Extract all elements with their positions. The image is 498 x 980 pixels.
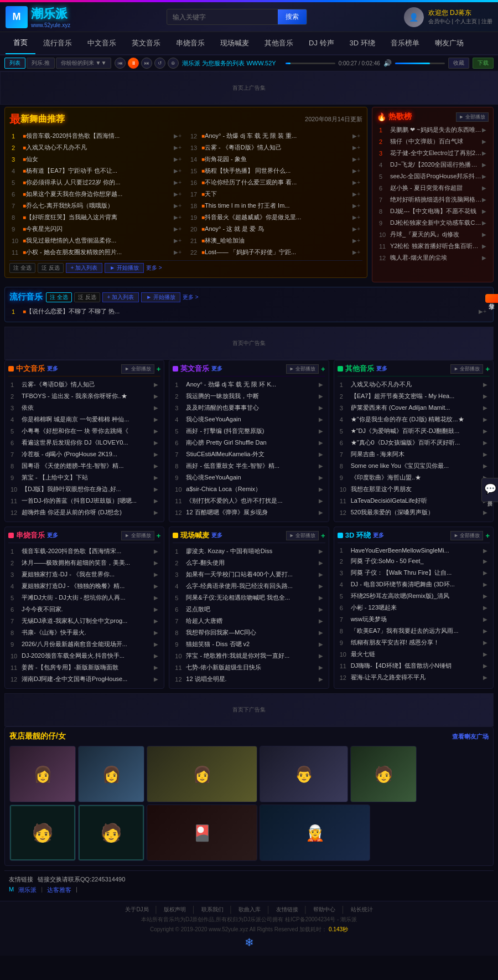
english-song-2[interactable]: 3 及及时清醒的也要事事甘心 ▶ (173, 402, 325, 414)
dance-song-col2-7[interactable]: 19 ■ 抖音最火《超越威威》你是做兑里... ▶ + (188, 212, 362, 223)
hot-song-1[interactable]: 2 猫仔（中文弹鼓）百白气球 ▶ (377, 136, 489, 147)
other-song-2[interactable]: 3 萨莱爱西来有 (Cover Adiljan Mamit... ▶ (338, 402, 490, 414)
pop-more-btn[interactable]: 更多 > (183, 293, 199, 301)
shuffle-song-9[interactable]: 10 DJ-2020颈音车载全网最火.抖音快手... ▶ (8, 650, 160, 662)
english-song-3[interactable]: 4 我心境SeeYouAgain ▶ (173, 414, 325, 425)
share-button[interactable]: 分享 (485, 294, 498, 303)
hot-song-10[interactable]: 11 Y2松松 独家首播好听合集百听不厌【... ▶ (377, 240, 489, 252)
hot-play-all-btn[interactable]: ► 全部播放 (456, 112, 489, 122)
collect-button[interactable]: 收藏 (448, 58, 469, 69)
chinese-song-11[interactable]: 12 超嗨炸曲 你还是从前的你呀 (DJ想念) ▶ (8, 507, 160, 518)
hot-song-7[interactable]: 8 DJ妮---【中文电嗨】不愿不花钱 ▶ (377, 205, 489, 217)
dance-song-col2-8[interactable]: 20 ■ Anoy° - 这 就 是 爱 鸟 ▶ + (188, 223, 362, 235)
avatar-card-5[interactable]: 🧑 (350, 746, 417, 802)
threed-song-7[interactable]: 8 「欧美EA7」我有我要赶去的远方风雨... ▶ (338, 625, 490, 637)
other-more[interactable]: 更多 (376, 365, 387, 373)
english-song-7[interactable]: 8 画好 - 低音重鼓女 半生-智智》精... ▶ (173, 460, 325, 472)
other-song-10[interactable]: 11 LaTevaDecisióIGetaLife好听 ▶ (338, 495, 490, 507)
tab-list[interactable]: 列表 (4, 58, 25, 69)
nav-friends[interactable]: 喇友广场 (427, 33, 471, 54)
other-add-icon[interactable]: + (485, 365, 490, 373)
dance-song-col1-5[interactable]: 6 ■ 如果这个夏天我在你身边你想穿越... ▶ + (9, 188, 184, 200)
live-add-icon[interactable]: + (321, 532, 325, 540)
threed-song-9[interactable]: 10 最火七链 ▶ (338, 648, 490, 660)
avatar-card-2[interactable]: 👩 (78, 746, 144, 802)
dance-song-col2-4[interactable]: 16 ■ 不论你经历了什么爱三观的事 看... ▶ + (188, 177, 362, 188)
dance-song-col1-0[interactable]: 1 ■ 领音车载-2020抖音热歌【西海情... ▶ + (9, 130, 184, 142)
avatar-card-1[interactable]: 👩 (9, 746, 76, 802)
english-song-0[interactable]: 1 Anoy° - 劲爆 dj 车 载 无 限 环 K... ▶ (173, 379, 325, 390)
avatar-card-6[interactable]: 🧑 (9, 804, 76, 861)
threed-add-icon[interactable]: + (485, 532, 490, 540)
english-song-9[interactable]: 10 a$sir-Chica Loca（Remix） ▶ (173, 483, 325, 495)
download-button[interactable]: 下载 (473, 58, 494, 69)
hot-song-4[interactable]: 5 seeJc-全国语ProgHouse邦乐抖音精... ▶ (377, 171, 489, 182)
site-link-1[interactable]: 潮乐派 (18, 886, 37, 894)
chinese-song-10[interactable]: 11 一首DJ-你的善蓝（抖音DJ班鼓版）[嗯嗯... ▶ (8, 495, 160, 507)
english-song-1[interactable]: 2 我运腾的一昧放我我，中断 ▶ (173, 390, 325, 402)
add-list-btn[interactable]: + 加入列表 (66, 263, 103, 273)
live-song-1[interactable]: 2 么字-翻头使用 ▶ (173, 557, 325, 569)
personal-page-link[interactable]: 个人主页 (455, 18, 477, 24)
chinese-add-icon[interactable]: + (157, 365, 161, 373)
english-song-6[interactable]: 7 StiuCEstiAlMeuKamelia-外文 ▶ (173, 448, 325, 460)
nav-other[interactable]: 其他音乐 (257, 33, 301, 54)
mode2-button[interactable]: ⊕ (168, 58, 179, 69)
other-song-11[interactable]: 12 520我最亲爱的（深嗓男声版） ▶ (338, 507, 490, 518)
chinese-song-7[interactable]: 8 国粤语 《天使的翅膀-半生-智智》精... ▶ (8, 460, 160, 472)
chinese-song-4[interactable]: 5 小粤粤《好想和你在一 块 带你去跳绳《 ▶ (8, 425, 160, 437)
register-link[interactable]: 注册 (481, 18, 492, 24)
nav-ringtone[interactable]: DJ 铃声 (301, 33, 342, 54)
shuffle-song-1[interactable]: 2 沐月——极致拥抱有超细的笑音，美美... ▶ (8, 557, 160, 569)
chinese-song-5[interactable]: 6 看遍这世界后发现你你 DJ《ILOVEY0... ▶ (8, 437, 160, 448)
live-song-10[interactable]: 11 七势-侬小新版超级生日快乐 ▶ (173, 662, 325, 673)
hot-song-9[interactable]: 10 丹球_『夏天的风』dj修改 ▶ (377, 229, 489, 240)
english-play-all[interactable]: ► 全部播放 (286, 364, 319, 374)
chinese-song-2[interactable]: 3 依依 ▶ (8, 402, 160, 414)
shuffle-song-2[interactable]: 3 夏姐独家打造-DJ - 《我在世界你... ▶ (8, 569, 160, 580)
next-button[interactable]: ⏭ (141, 58, 152, 69)
hot-song-0[interactable]: 1 吴鹏鹏 ❤ ~妈妈是失去的东西唯实说... ▶ (377, 124, 489, 136)
dance-song-col1-6[interactable]: 7 ■ 乔么七-离开我快乐吗（哦哦版） ▶ + (9, 200, 184, 212)
threed-song-2[interactable]: 3 阿奠 子仪：【Walk Thru Fire】让自... ▶ (338, 567, 490, 579)
footer-link-contact[interactable]: 联系我们 (201, 906, 224, 914)
wechat-icon[interactable]: 💬 (484, 483, 496, 495)
dance-song-col2-3[interactable]: 15 ■ 杨程【快手热播】 同世界什么... ▶ + (188, 165, 362, 177)
live-song-0[interactable]: 1 廖浚夫. Kozay - 中国有嘻哈Diss ▶ (173, 545, 325, 557)
pause-button[interactable]: ⏸ (128, 58, 139, 69)
other-song-0[interactable]: 1 入戏又动心不凡办不凡 ▶ (338, 379, 490, 390)
other-song-3[interactable]: 4 ★"你是我生命的存在 (DJ版) 精雕花纹...★ ▶ (338, 414, 490, 425)
other-song-1[interactable]: 2 【EA7】超开节奏英文密嗡 - My Hea... ▶ (338, 390, 490, 402)
dance-song-col1-8[interactable]: 9 ■ 今夜星光闪闪 ▶ + (9, 223, 184, 235)
avatar-card-8[interactable]: 🎴 (147, 804, 257, 861)
avatar-card-4[interactable]: 👨 (260, 746, 348, 802)
prev-button[interactable]: ⏮ (115, 58, 126, 69)
shuffle-song-6[interactable]: 7 无锡DJ承道-我家私人订制全中文prog... ▶ (8, 615, 160, 627)
threed-song-8[interactable]: 9 纸糊有朋友平安吉祥! 感恩分享！ ▶ (338, 637, 490, 648)
footer-link-copyright[interactable]: 版权声明 (164, 906, 186, 914)
dance-song-col1-3[interactable]: 4 ■ 杨有道【EA7】宁距动手 也不让... ▶ + (9, 165, 184, 177)
english-song-5[interactable]: 6 南心膀 Pretty Girl Shuffle Dan ▶ (173, 437, 325, 448)
english-song-8[interactable]: 9 我心境SeeYouAgain ▶ (173, 472, 325, 483)
other-song-4[interactable]: 5 ★"DJ《为爱呐喊》百听不厌-DJ翻翻鼓... ▶ (338, 425, 490, 437)
footer-link-friendlinks[interactable]: 友情链接 (276, 906, 298, 914)
hot-song-8[interactable]: 9 DJ松松独家全新中文动感车载CD大量... ▶ (377, 217, 489, 229)
live-song-4[interactable]: 5 阿果&子仪:无论相遇欣吻喊吧 我也全... ▶ (173, 592, 325, 604)
other-song-8[interactable]: 9 《印度歌曲》海哲山盟..★ ▶ (338, 472, 490, 483)
chinese-song-6[interactable]: 7 冷茬板 - dj喝小 (ProgHouse 2K19... ▶ (8, 448, 160, 460)
threed-more[interactable]: 更多 (373, 532, 384, 539)
threed-song-6[interactable]: 7 wsw玩美梦场 ▶ (338, 613, 490, 625)
footer-link-about[interactable]: 关于DJ局 (125, 906, 148, 914)
other-play-all[interactable]: ► 全部播放 (450, 364, 483, 374)
live-song-8[interactable]: 9 猫姐笑猫 - Diss 否嗯 v2 ▶ (173, 638, 325, 650)
inverse-select-btn[interactable]: 泛 反选 (38, 263, 64, 273)
pop-play-btn[interactable]: ► 开始播放 (141, 292, 180, 302)
view-more-link[interactable]: 查看喇友广场 (452, 733, 489, 741)
pop-inverse-btn[interactable]: 泛 反选 (74, 292, 100, 302)
avatar-card-7[interactable]: 🧑 (78, 804, 144, 861)
search-button[interactable]: 搜索 (278, 9, 307, 24)
threed-song-5[interactable]: 6 小彬 - 123嗯起来 ▶ (338, 602, 490, 613)
shuffle-song-11[interactable]: 12 湖南DJ阿建-全中文国粤语ProgHouse... ▶ (8, 673, 160, 685)
other-song-5[interactable]: 6 ★"真心0《DJ女孩编版》百听不厌好听... ▶ (338, 437, 490, 448)
play-btn[interactable]: ► 开始播放 (105, 263, 144, 273)
